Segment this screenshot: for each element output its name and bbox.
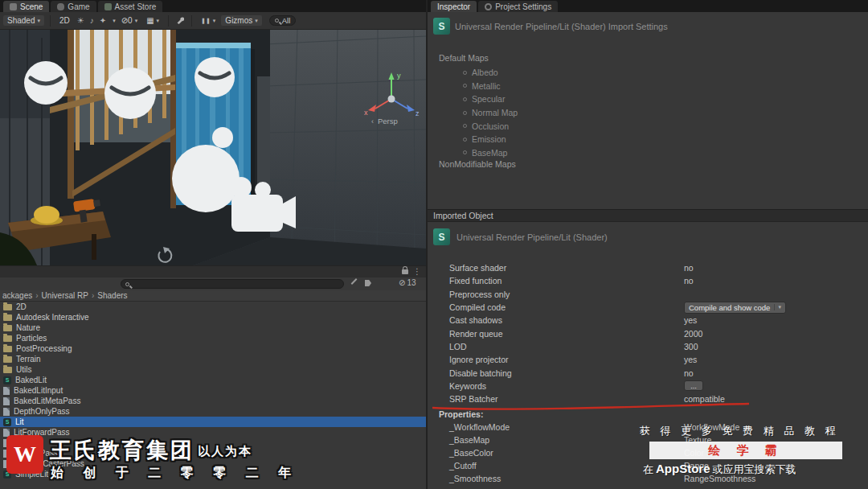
- list-item[interactable]: LitMetaPass: [0, 448, 426, 458]
- tab-game[interactable]: Game: [51, 1, 96, 12]
- import-settings-header: S Universal Render Pipeline/Lit (Shader)…: [428, 12, 868, 48]
- map-slot-metallic[interactable]: Metallic: [463, 80, 518, 93]
- list-item[interactable]: SBakedLit: [0, 375, 426, 385]
- file-icon: [3, 408, 10, 416]
- row-lod: LOD300: [428, 340, 868, 353]
- list-item[interactable]: PostProcessing: [0, 343, 426, 354]
- game-tab-icon: [57, 3, 64, 10]
- folder-icon: [3, 367, 12, 373]
- prop-cutoff: _CutoffRange: [428, 459, 868, 472]
- breadcrumb-shaders[interactable]: Shaders: [97, 291, 127, 300]
- list-item[interactable]: ShadowCasterPass: [0, 458, 426, 469]
- 2d-toggle-button[interactable]: 2D: [56, 15, 73, 26]
- file-icon: [3, 460, 10, 468]
- map-slot-occlusion[interactable]: Occlusion: [463, 119, 518, 133]
- map-slot-albedo[interactable]: Albedo: [463, 66, 518, 80]
- hidden-items-count[interactable]: ⊘ 13: [399, 278, 416, 287]
- shaded-dropdown[interactable]: Shaded ▾: [3, 15, 44, 26]
- row-render-queue: Render queue2000: [428, 327, 868, 339]
- list-item[interactable]: LitForwardPass: [0, 427, 426, 438]
- imported-shader-title: Universal Render Pipeline/Lit (Shader): [457, 232, 608, 242]
- compile-and-show-code-button[interactable]: Compile and show code ▾: [684, 302, 786, 314]
- axis-x-label: x: [364, 109, 368, 117]
- value: no: [684, 368, 694, 378]
- imported-object-bar: Imported Object: [428, 209, 868, 222]
- map-dot-icon: [463, 111, 467, 115]
- lighting-icon[interactable]: ☀: [76, 16, 86, 25]
- prop-workflowmode: _WorkflowModeWorkflowMode: [428, 421, 868, 434]
- map-slot-specular[interactable]: Specular: [463, 92, 518, 106]
- list-item[interactable]: Particles: [0, 333, 426, 343]
- list-item[interactable]: BakedLitMetaPass: [0, 396, 426, 406]
- chevron-right-icon: ›: [92, 291, 94, 300]
- map-slot-emission[interactable]: Emission: [463, 133, 518, 146]
- inspector-panel: Inspector Project Settings S Universal R…: [426, 0, 868, 489]
- map-slot-normal-map[interactable]: Normal Map: [463, 106, 518, 120]
- tab-inspector[interactable]: Inspector: [431, 1, 477, 12]
- row-ignore-projector: Ignore projectoryes: [428, 353, 868, 366]
- list-item[interactable]: Utils: [0, 364, 426, 375]
- list-item[interactable]: BakedLitInput: [0, 385, 426, 396]
- scene-3d-viewport[interactable]: y x z ‹ Persp: [0, 30, 426, 265]
- prop-basemap: _BaseMapTexture: [428, 434, 868, 446]
- file-icon: [3, 450, 10, 458]
- label-tag-icon[interactable]: [365, 280, 371, 286]
- list-item[interactable]: Autodesk Interactive: [0, 312, 426, 323]
- folder-icon: [3, 314, 12, 321]
- scene-toolbar: Shaded ▾ 2D ☀ ♪ ✦ ▾ ⊘ 0 ▾ ▦ ▾ ❚❚ ▾ Gizmo…: [0, 12, 426, 30]
- audio-icon[interactable]: ♪: [88, 16, 96, 25]
- srp-batcher-value: compatible: [684, 394, 725, 404]
- folder-icon: [3, 346, 12, 352]
- list-item[interactable]: 2D: [0, 302, 426, 312]
- persp-label[interactable]: Persp: [378, 117, 398, 125]
- shaded-label: Shaded: [7, 16, 35, 25]
- value: yes: [684, 315, 697, 325]
- tab-project-settings[interactable]: Project Settings: [478, 1, 558, 12]
- bars-icon: ❚❚: [201, 18, 211, 24]
- tab-game-label: Game: [68, 2, 89, 11]
- right-tabbar: Inspector Project Settings: [428, 0, 868, 12]
- list-item[interactable]: Terrain: [0, 354, 426, 364]
- chevron-down-icon[interactable]: ▾: [113, 18, 116, 24]
- chevron-down-icon: ▾: [37, 18, 40, 24]
- grid-toggle-button[interactable]: ▦ ▾: [143, 15, 162, 26]
- map-dot-icon: [463, 84, 467, 88]
- breadcrumb-packages[interactable]: ackages: [2, 291, 32, 300]
- gizmos-dropdown[interactable]: Gizmos ▾: [221, 15, 261, 26]
- hidden-objects-button[interactable]: ⊘ 0 ▾: [118, 15, 141, 26]
- camera-settings-button[interactable]: ❚❚ ▾: [198, 17, 219, 25]
- value: 2000: [684, 329, 702, 339]
- map-dot-icon: [463, 124, 467, 128]
- tool-wrench-icon[interactable]: [174, 16, 186, 26]
- chevron-right-icon: ›: [35, 291, 38, 300]
- chevron-down-icon: ▾: [157, 18, 160, 24]
- folder-icon: [3, 356, 12, 363]
- chevron-down-icon: ▾: [135, 18, 138, 24]
- list-item[interactable]: SSimpleLit: [0, 469, 426, 479]
- chevron-down-icon: ▾: [255, 18, 258, 24]
- axis-z-label: z: [416, 109, 420, 117]
- map-dot-icon: [463, 71, 467, 75]
- project-search-input[interactable]: [121, 279, 344, 289]
- default-maps-title: Default Maps: [439, 53, 489, 63]
- breadcrumb-universal-rp[interactable]: Universal RP: [42, 291, 88, 300]
- scene-search-input[interactable]: All: [269, 15, 297, 26]
- edit-filter-icon[interactable]: [351, 278, 358, 285]
- list-item[interactable]: Nature: [0, 323, 426, 333]
- file-icon: [3, 429, 10, 437]
- tab-project-settings-label: Project Settings: [495, 2, 551, 11]
- breadcrumb: ackages › Universal RP › Shaders: [0, 290, 426, 302]
- kebab-menu-icon[interactable]: ⋮: [413, 267, 421, 276]
- list-item[interactable]: LitInput: [0, 438, 426, 448]
- grid-icon: ▦: [146, 16, 154, 25]
- tab-scene[interactable]: Scene: [3, 1, 49, 12]
- effects-icon[interactable]: ✦: [98, 16, 108, 25]
- tab-asset-store[interactable]: Asset Store: [98, 1, 163, 12]
- tab-asset-store-label: Asset Store: [115, 2, 157, 11]
- map-slot-basemap[interactable]: BaseMap: [463, 146, 518, 160]
- prop-basecolor: _BaseColorColor: [428, 446, 868, 459]
- keywords-button[interactable]: ...: [684, 380, 703, 391]
- list-item-selected[interactable]: SLit: [0, 417, 426, 427]
- list-item[interactable]: DepthOnlyPass: [0, 406, 426, 417]
- lock-icon[interactable]: [402, 269, 408, 274]
